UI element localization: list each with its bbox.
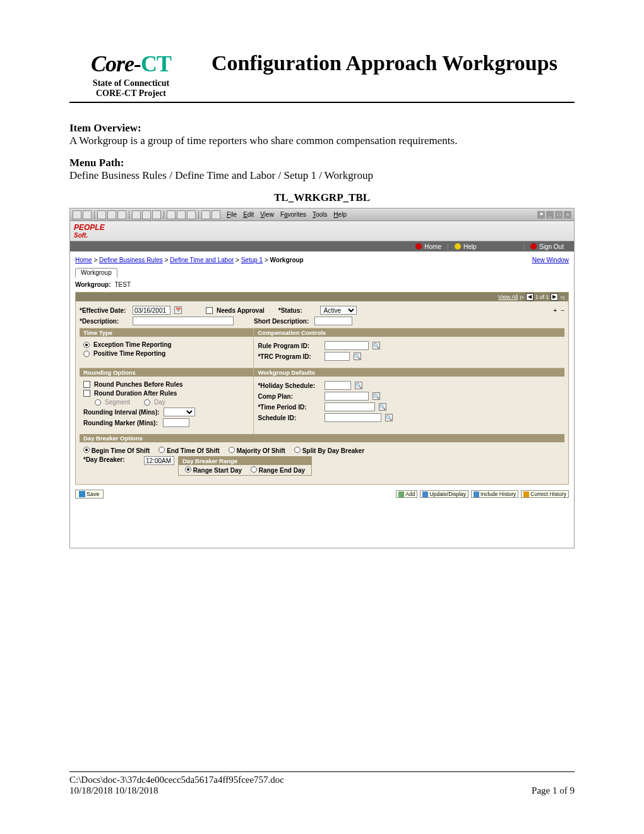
history-icon[interactable] [152,210,161,219]
include-icon [474,492,479,497]
logo-block: Core-CT State of Connecticut CORE-CT Pro… [69,51,193,99]
update-display-button[interactable]: Update/Display [420,490,468,498]
menupath-label: Menu Path: [69,157,575,169]
tab-row: Workgroup [75,267,569,277]
holiday-label: *Holiday Schedule: [258,382,321,389]
round-after-checkbox[interactable] [83,390,90,397]
action-button-row: Save Add Update/Display Include History … [75,490,569,499]
bc-1[interactable]: Define Business Rules [99,257,163,263]
bc-2[interactable]: Define Time and Labor [170,257,234,263]
ps-logo-row: PEOPLESoft. [70,221,574,241]
stop-icon[interactable] [97,210,106,219]
overview-text: A Workgroup is a group of time reporters… [69,135,575,147]
shortdesc-input[interactable] [314,317,352,325]
correct-icon [523,492,529,497]
compplan-lookup-icon[interactable]: 🔍 [373,392,380,400]
logo-ct: CT [141,51,171,76]
effdt-input[interactable] [133,306,170,315]
browser-toolbar: File Edit View Favorites Tools Help ⚑ _ … [70,208,574,221]
schedule-lookup-icon[interactable]: 🔍 [385,414,393,421]
home-icon[interactable] [117,210,126,219]
mail-icon[interactable] [167,210,176,219]
overview-label: Item Overview: [69,122,575,135]
status-select[interactable]: Active [320,306,357,315]
holiday-input[interactable] [325,381,351,390]
compcontrols-hdr: Compensation Controls [254,328,564,337]
prev-row-button[interactable]: ◀ [526,293,534,301]
maximize-icon[interactable]: □ [555,211,563,219]
needs-approval-checkbox[interactable] [206,307,213,314]
minimize-icon[interactable]: _ [546,211,554,219]
schedule-label: Schedule ID: [258,414,321,421]
extra-icon[interactable] [212,210,220,219]
table-name: TL_WRKGRP_TBL [69,191,575,204]
interval-select[interactable] [164,408,195,416]
menu-favorites[interactable]: Favorites [280,211,306,218]
begin-shift-radio[interactable] [83,447,90,453]
split-label: Split By Day Breaker [302,447,364,454]
menu-help[interactable]: Help [333,211,347,218]
marker-input[interactable] [163,418,189,427]
forward-icon[interactable] [83,210,92,219]
timeperiod-input[interactable] [325,402,375,411]
segment-radio[interactable] [95,399,101,406]
bc-3[interactable]: Setup 1 [241,257,263,263]
round-before-label: Round Punches Before Rules [94,381,183,388]
nav-signout[interactable]: Sign Out [539,243,564,250]
end-shift-radio[interactable] [158,447,165,453]
schedule-input[interactable] [325,413,381,422]
ruleprog-input[interactable] [325,341,369,350]
round-before-checkbox[interactable] [83,381,90,388]
next-row-button[interactable]: ▶ [551,293,558,301]
range-end-radio[interactable] [251,466,257,473]
exception-radio[interactable] [83,342,90,348]
split-radio[interactable] [294,447,301,453]
range-start-radio[interactable] [185,466,191,473]
day-radio[interactable] [144,399,150,406]
interval-label: Rounding Interval (Mins): [83,409,160,416]
compplan-input[interactable] [325,392,369,401]
print-icon[interactable] [177,210,186,219]
desc-input[interactable] [133,317,234,325]
menu-file[interactable]: File [227,211,237,218]
positive-radio[interactable] [83,351,90,357]
view-all-link[interactable]: View All [498,294,518,300]
trcprog-input[interactable] [325,352,350,361]
nav-help[interactable]: Help [463,243,477,250]
delete-row-button[interactable]: − [561,307,564,314]
include-history-button[interactable]: Include History [471,490,518,498]
holiday-lookup-icon[interactable]: 🔍 [355,382,362,389]
search-icon[interactable] [132,210,141,219]
new-window-link[interactable]: New Window [532,257,569,263]
breadcrumb: Home > Define Business Rules > Define Ti… [75,257,569,263]
add-button[interactable]: Add [396,490,417,498]
favorites-icon[interactable] [142,210,151,219]
save-button[interactable]: Save [75,490,104,499]
ruleprog-lookup-icon[interactable]: 🔍 [373,342,380,349]
correct-history-button[interactable]: Correct History [521,490,569,498]
menu-tools[interactable]: Tools [313,211,327,218]
back-icon[interactable] [73,210,81,219]
majority-radio[interactable] [229,447,235,453]
daybreaker-input[interactable] [144,456,174,465]
positive-label: Positive Time Reporting [93,350,165,357]
menu-view[interactable]: View [260,211,274,218]
calendar-icon[interactable]: 📅 [174,306,182,314]
tab-workgroup[interactable]: Workgroup [75,268,117,278]
timeperiod-label: *Time Period ID: [258,404,321,411]
timeperiod-lookup-icon[interactable]: 🔍 [379,403,386,411]
ps-navbar: Home Help Sign Out [70,241,574,251]
trcprog-lookup-icon[interactable]: 🔍 [354,353,361,360]
add-row-button[interactable]: + [553,307,557,314]
bc-home[interactable]: Home [75,257,92,263]
nav-home[interactable]: Home [424,243,441,250]
refresh-icon[interactable] [107,210,116,219]
signout-nav-icon [530,243,537,250]
footer-page: Page 1 of 9 [532,785,575,796]
menu-edit[interactable]: Edit [243,211,254,218]
close-icon[interactable]: × [564,211,571,219]
edit-icon[interactable] [187,210,196,219]
header-rule [69,102,575,103]
word-icon[interactable] [201,210,210,219]
compplan-label: Comp Plan: [258,393,321,400]
